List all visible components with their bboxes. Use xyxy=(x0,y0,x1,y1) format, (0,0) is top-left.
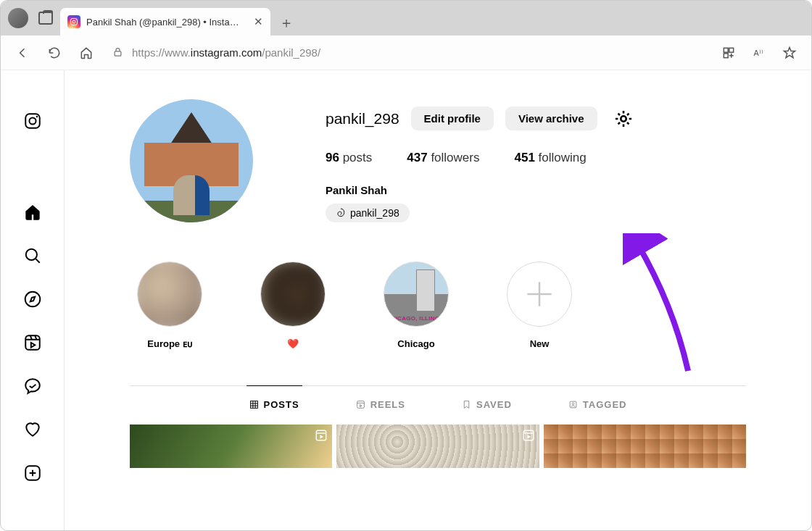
threads-icon xyxy=(336,208,346,218)
notifications-nav-icon[interactable] xyxy=(22,419,43,440)
read-aloud-icon[interactable]: A⁾⁾ xyxy=(746,40,772,66)
reel-badge-icon xyxy=(315,429,328,445)
highlight-label: Chicago xyxy=(397,338,434,349)
highlight-new[interactable]: New xyxy=(500,262,579,349)
svg-rect-16 xyxy=(250,401,257,409)
view-archive-button[interactable]: View archive xyxy=(505,106,597,130)
highlight-label: ❤️ xyxy=(287,338,299,349)
post-thumbnail[interactable] xyxy=(544,425,746,468)
svg-rect-4 xyxy=(724,48,728,52)
threads-handle: pankil_298 xyxy=(350,207,399,219)
svg-rect-13 xyxy=(25,335,40,350)
create-nav-icon[interactable] xyxy=(22,463,43,483)
svg-point-12 xyxy=(25,292,40,307)
browser-tab[interactable]: Pankil Shah (@pankil_298) • Insta… ✕ xyxy=(60,8,270,35)
profile-main: pankil_298 Edit profile View archive 96 … xyxy=(65,70,811,530)
instagram-favicon-icon xyxy=(67,15,80,28)
profile-stats: 96 posts 437 followers 451 following xyxy=(326,151,634,165)
tab-posts[interactable]: POSTS xyxy=(246,385,302,423)
svg-point-19 xyxy=(572,403,574,405)
profile-picture[interactable] xyxy=(130,99,253,222)
svg-rect-17 xyxy=(357,401,364,409)
reel-badge-icon xyxy=(522,429,535,445)
svg-rect-3 xyxy=(115,51,121,55)
close-tab-icon[interactable]: ✕ xyxy=(254,15,263,28)
tab-tagged[interactable]: TAGGED xyxy=(566,385,630,423)
favorite-icon[interactable] xyxy=(776,40,803,66)
settings-gear-icon[interactable] xyxy=(613,109,634,129)
lock-icon xyxy=(112,46,123,59)
explore-nav-icon[interactable] xyxy=(22,289,43,309)
profile-avatar-icon[interactable] xyxy=(8,8,28,28)
reels-icon xyxy=(356,400,365,409)
instagram-logo-icon[interactable] xyxy=(22,111,43,131)
window-tab-strip: Pankil Shah (@pankil_298) • Insta… ✕ ＋ xyxy=(1,1,811,35)
svg-point-2 xyxy=(75,20,76,20)
tagged-icon xyxy=(568,400,578,409)
edit-profile-button[interactable]: Edit profile xyxy=(411,106,494,130)
content-tabs: POSTS REELS SAVED TAGGED xyxy=(130,385,746,423)
window-controls xyxy=(4,1,60,35)
svg-point-1 xyxy=(72,20,75,23)
svg-point-11 xyxy=(25,249,36,260)
highlight-item[interactable]: ❤️ xyxy=(253,262,333,349)
post-thumbnail[interactable] xyxy=(336,425,539,468)
search-nav-icon[interactable] xyxy=(22,246,43,266)
svg-text:A⁾⁾: A⁾⁾ xyxy=(754,49,763,57)
post-thumbnail[interactable] xyxy=(130,425,332,468)
extensions-icon[interactable] xyxy=(716,40,742,66)
followers-stat[interactable]: 437 followers xyxy=(407,151,479,165)
svg-rect-21 xyxy=(523,430,534,440)
profile-display-name: Pankil Shah xyxy=(326,184,634,196)
address-bar: https://www.instagram.com/pankil_298/ A⁾… xyxy=(1,35,811,70)
svg-point-15 xyxy=(621,116,626,121)
plus-icon xyxy=(521,276,558,312)
home-nav-icon[interactable] xyxy=(22,202,43,222)
svg-rect-5 xyxy=(729,48,734,52)
bookmark-icon xyxy=(462,400,471,409)
svg-rect-6 xyxy=(724,53,728,57)
reels-nav-icon[interactable] xyxy=(22,333,43,353)
posts-grid xyxy=(130,425,746,468)
profile-username: pankil_298 xyxy=(326,110,399,127)
new-tab-button[interactable]: ＋ xyxy=(273,9,299,35)
svg-point-10 xyxy=(36,116,38,118)
tab-reels[interactable]: REELS xyxy=(353,385,408,423)
back-button[interactable] xyxy=(9,40,36,66)
url-field[interactable]: https://www.instagram.com/pankil_298/ xyxy=(105,46,710,59)
svg-rect-20 xyxy=(317,430,327,440)
highlight-item[interactable]: Europe ᴇᴜ xyxy=(130,262,210,349)
threads-link[interactable]: pankil_298 xyxy=(326,204,410,222)
tab-overview-icon[interactable] xyxy=(38,12,53,25)
story-highlights: Europe ᴇᴜ ❤️ CHICAGO, ILLINOIS Chicago N… xyxy=(130,262,746,349)
home-button[interactable] xyxy=(73,40,99,66)
highlight-item[interactable]: CHICAGO, ILLINOIS Chicago xyxy=(376,262,456,349)
messages-nav-icon[interactable] xyxy=(22,376,43,396)
tab-title: Pankil Shah (@pankil_298) • Insta… xyxy=(86,17,239,28)
posts-stat[interactable]: 96 posts xyxy=(326,151,372,165)
highlight-label: New xyxy=(530,338,550,349)
svg-point-9 xyxy=(29,117,36,124)
following-stat[interactable]: 451 following xyxy=(514,151,586,165)
page-body: pankil_298 Edit profile View archive 96 … xyxy=(1,70,811,530)
instagram-sidebar xyxy=(1,70,65,530)
grid-icon xyxy=(249,400,259,409)
highlight-label: Europe ᴇᴜ xyxy=(147,338,191,349)
url-text: https://www.instagram.com/pankil_298/ xyxy=(132,46,320,59)
tab-saved[interactable]: SAVED xyxy=(459,385,515,423)
refresh-button[interactable] xyxy=(41,40,67,66)
